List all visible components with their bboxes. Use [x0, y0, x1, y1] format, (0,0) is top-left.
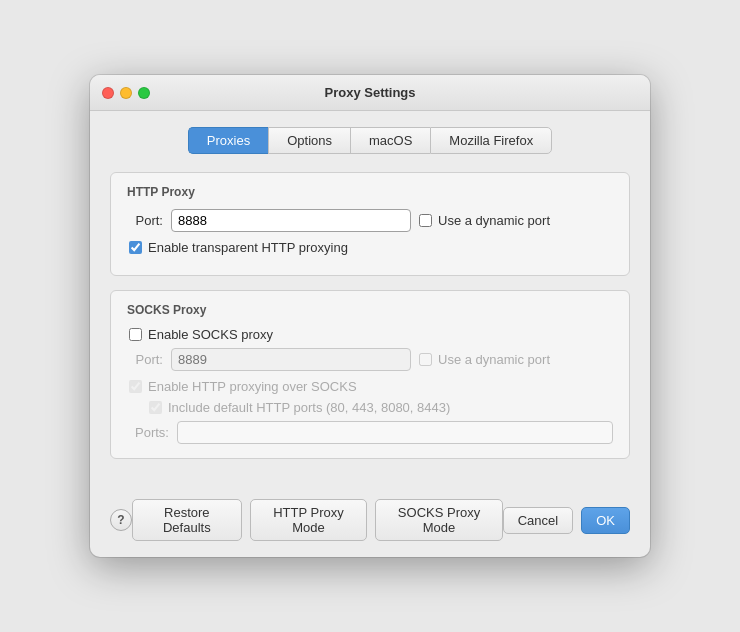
http-port-row: Port: Use a dynamic port: [127, 209, 613, 232]
minimize-button[interactable]: [120, 87, 132, 99]
include-default-ports-checkbox[interactable]: [149, 401, 162, 414]
enable-http-over-socks-label[interactable]: Enable HTTP proxying over SOCKS: [148, 379, 357, 394]
enable-transparent-checkbox[interactable]: [129, 241, 142, 254]
tab-macos[interactable]: macOS: [350, 127, 430, 154]
enable-socks-row: Enable SOCKS proxy: [127, 327, 613, 342]
http-dynamic-port-label[interactable]: Use a dynamic port: [419, 213, 550, 228]
enable-http-over-socks-checkbox[interactable]: [129, 380, 142, 393]
maximize-button[interactable]: [138, 87, 150, 99]
traffic-lights: [102, 87, 150, 99]
enable-socks-checkbox[interactable]: [129, 328, 142, 341]
tab-proxies[interactable]: Proxies: [188, 127, 268, 154]
socks-port-label: Port:: [127, 352, 163, 367]
footer-left: ?: [110, 509, 132, 531]
window-title: Proxy Settings: [324, 85, 415, 100]
socks-port-input[interactable]: [171, 348, 411, 371]
enable-http-over-socks-row: Enable HTTP proxying over SOCKS: [127, 379, 613, 394]
http-port-input[interactable]: [171, 209, 411, 232]
socks-proxy-title: SOCKS Proxy: [127, 303, 613, 317]
main-content: Proxies Options macOS Mozilla Firefox HT…: [90, 111, 650, 489]
socks-ports-input[interactable]: [177, 421, 613, 444]
help-button[interactable]: ?: [110, 509, 132, 531]
http-dynamic-port-checkbox[interactable]: [419, 214, 432, 227]
socks-ports-row: Ports:: [127, 421, 613, 444]
enable-socks-label[interactable]: Enable SOCKS proxy: [148, 327, 273, 342]
restore-defaults-button[interactable]: Restore Defaults: [132, 499, 242, 541]
enable-transparent-label[interactable]: Enable transparent HTTP proxying: [148, 240, 348, 255]
tab-bar: Proxies Options macOS Mozilla Firefox: [110, 127, 630, 154]
socks-port-row: Port: Use a dynamic port: [127, 348, 613, 371]
socks-dynamic-port-label[interactable]: Use a dynamic port: [419, 352, 550, 367]
http-port-label: Port:: [127, 213, 163, 228]
bottom-action-row: ? Restore Defaults HTTP Proxy Mode SOCKS…: [90, 489, 650, 557]
socks-proxy-mode-button[interactable]: SOCKS Proxy Mode: [375, 499, 502, 541]
close-button[interactable]: [102, 87, 114, 99]
include-default-ports-row: Include default HTTP ports (80, 443, 808…: [127, 400, 613, 415]
http-proxy-mode-button[interactable]: HTTP Proxy Mode: [250, 499, 368, 541]
enable-transparent-row: Enable transparent HTTP proxying: [127, 240, 613, 255]
tab-options[interactable]: Options: [268, 127, 350, 154]
socks-dynamic-port-checkbox[interactable]: [419, 353, 432, 366]
bottom-right-buttons: Cancel OK: [503, 507, 630, 534]
socks-proxy-section: SOCKS Proxy Enable SOCKS proxy Port: Use…: [110, 290, 630, 459]
http-proxy-title: HTTP Proxy: [127, 185, 613, 199]
include-default-ports-label[interactable]: Include default HTTP ports (80, 443, 808…: [168, 400, 450, 415]
proxy-settings-window: Proxy Settings Proxies Options macOS Moz…: [90, 75, 650, 557]
tab-firefox[interactable]: Mozilla Firefox: [430, 127, 552, 154]
cancel-button[interactable]: Cancel: [503, 507, 573, 534]
bottom-center-buttons: Restore Defaults HTTP Proxy Mode SOCKS P…: [132, 499, 503, 541]
ok-button[interactable]: OK: [581, 507, 630, 534]
titlebar: Proxy Settings: [90, 75, 650, 111]
http-proxy-section: HTTP Proxy Port: Use a dynamic port Enab…: [110, 172, 630, 276]
ports-label: Ports:: [129, 425, 169, 440]
